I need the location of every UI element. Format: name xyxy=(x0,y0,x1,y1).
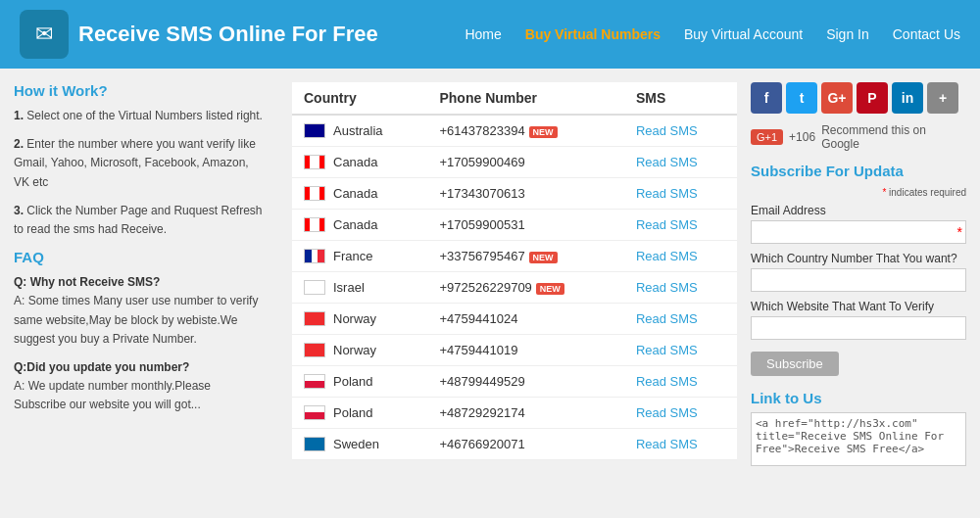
how-step-1: 1. Select one of the Virtual Numbers lis… xyxy=(14,107,263,125)
read-sms-link[interactable]: Read SMS xyxy=(636,311,698,326)
step2-bold: 2. xyxy=(14,137,24,151)
pinterest-button[interactable]: P xyxy=(857,82,888,114)
read-sms-link[interactable]: Read SMS xyxy=(636,186,698,201)
table-row: Poland+48799449529Read SMS xyxy=(292,366,737,398)
country-name: Norway xyxy=(333,311,376,326)
phone-number: +48799449529 xyxy=(439,374,524,389)
email-input[interactable] xyxy=(751,220,966,244)
new-badge: NEW xyxy=(536,283,564,295)
right-sidebar: f t G+ P in + G+1 +106 Recommend this on… xyxy=(751,82,966,469)
gplus-btn[interactable]: G+1 xyxy=(751,129,783,145)
read-sms-link[interactable]: Read SMS xyxy=(636,155,698,169)
flag-icon-ca xyxy=(304,217,325,232)
gplus-count: +106 xyxy=(789,130,815,144)
phone-cell: +17059900469 xyxy=(427,147,623,178)
phone-number: +48729292174 xyxy=(439,405,524,420)
sms-cell: Read SMS xyxy=(624,398,737,429)
table-row: Canada+17343070613Read SMS xyxy=(292,178,737,210)
step3-bold: 3. xyxy=(14,204,24,217)
phone-number: +46766920071 xyxy=(439,437,524,451)
link-code-textarea[interactable] xyxy=(751,412,966,466)
googleplus-button[interactable]: G+ xyxy=(821,82,853,114)
flag-icon-se xyxy=(304,437,325,451)
phone-cell: +4759441019 xyxy=(427,335,623,366)
email-group: Email Address * xyxy=(751,204,966,244)
flag-icon-ca xyxy=(304,186,325,201)
step2-text: Enter the number where you want verify l… xyxy=(14,137,256,188)
country-cell: Norway xyxy=(292,304,427,335)
linkedin-button[interactable]: in xyxy=(892,82,923,114)
phone-number: +17059900531 xyxy=(439,217,524,232)
country-name: Canada xyxy=(333,155,378,169)
country-cell: Sweden xyxy=(292,429,427,460)
table-body: Australia+61437823394NEWRead SMSCanada+1… xyxy=(292,115,737,460)
step1-bold: 1. xyxy=(14,109,24,122)
subscribe-button[interactable]: Subscribe xyxy=(751,352,839,376)
gplus-row: G+1 +106 Recommend this on Google xyxy=(751,123,966,151)
phone-number: +61437823394 xyxy=(439,123,524,138)
nav-item-contact-us[interactable]: Contact Us xyxy=(893,26,960,42)
read-sms-link[interactable]: Read SMS xyxy=(636,405,698,420)
flag-icon-il xyxy=(304,280,325,295)
header-nav: HomeBuy Virtual NumbersBuy Virtual Accou… xyxy=(465,26,960,42)
country-name: Poland xyxy=(333,405,372,420)
read-sms-link[interactable]: Read SMS xyxy=(636,123,698,138)
table-row: Norway+4759441024Read SMS xyxy=(292,304,737,335)
read-sms-link[interactable]: Read SMS xyxy=(636,374,698,389)
col-country: Country xyxy=(292,82,427,115)
gplus-text: Recommend this on Google xyxy=(821,123,966,151)
country-cell: Israel xyxy=(292,272,427,304)
more-social-button[interactable]: + xyxy=(927,82,958,114)
read-sms-link[interactable]: Read SMS xyxy=(636,343,698,357)
phone-number: +17059900469 xyxy=(439,155,524,169)
nav-item-buy-virtual-account[interactable]: Buy Virtual Account xyxy=(684,26,803,42)
table-row: France+33756795467NEWRead SMS xyxy=(292,241,737,272)
col-phone: Phone Number xyxy=(427,82,623,115)
country-cell: Australia xyxy=(292,115,427,147)
sms-cell: Read SMS xyxy=(624,304,737,335)
country-group: Which Country Number That You want? xyxy=(751,252,966,292)
header: ✉ Receive SMS Online For Free HomeBuy Vi… xyxy=(0,0,980,69)
read-sms-link[interactable]: Read SMS xyxy=(636,280,698,295)
country-input[interactable] xyxy=(751,268,966,292)
phone-cell: +17059900531 xyxy=(427,210,623,241)
country-cell: Poland xyxy=(292,366,427,398)
sms-cell: Read SMS xyxy=(624,429,737,460)
phone-cell: +972526229709NEW xyxy=(427,272,623,304)
required-star: * xyxy=(882,187,886,198)
flag-icon-pl xyxy=(304,405,325,420)
flag-icon-no xyxy=(304,311,325,326)
logo-area: ✉ Receive SMS Online For Free xyxy=(20,10,378,59)
subscribe-title: Subscribe For Updata xyxy=(751,163,966,179)
country-cell: Norway xyxy=(292,335,427,366)
table-row: Sweden+46766920071Read SMS xyxy=(292,429,737,460)
flag-icon-no xyxy=(304,343,325,357)
step3-text: Click the Number Page and Ruquest Refres… xyxy=(14,204,262,236)
phone-cell: +33756795467NEW xyxy=(427,241,623,272)
nav-item-buy-virtual-numbers[interactable]: Buy Virtual Numbers xyxy=(525,26,661,42)
faq-q1-answer: A: Some times Many user use number to ve… xyxy=(14,294,258,345)
website-input[interactable] xyxy=(751,316,966,340)
nav-item-sign-in[interactable]: Sign In xyxy=(826,26,869,42)
col-sms: SMS xyxy=(624,82,737,115)
phone-number: +4759441019 xyxy=(439,343,517,357)
twitter-button[interactable]: t xyxy=(786,82,817,114)
link-to-us-title: Link to Us xyxy=(751,390,966,406)
site-title: Receive SMS Online For Free xyxy=(78,22,378,47)
read-sms-link[interactable]: Read SMS xyxy=(636,437,698,451)
read-sms-link[interactable]: Read SMS xyxy=(636,217,698,232)
logo-glyph: ✉ xyxy=(35,22,53,47)
country-name: France xyxy=(333,249,372,263)
read-sms-link[interactable]: Read SMS xyxy=(636,249,698,263)
country-name: Sweden xyxy=(333,437,379,451)
nav-item-home[interactable]: Home xyxy=(465,26,501,42)
faq-q1: Q: Why not Receive SMS? A: Some times Ma… xyxy=(14,273,263,349)
facebook-button[interactable]: f xyxy=(751,82,782,114)
phone-cell: +46766920071 xyxy=(427,429,623,460)
phone-cell: +48799449529 xyxy=(427,366,623,398)
social-bar: f t G+ P in + xyxy=(751,82,966,114)
country-name: Australia xyxy=(333,123,383,138)
website-label: Which Website That Want To Verify xyxy=(751,300,966,313)
new-badge: NEW xyxy=(529,126,558,138)
phone-number: +4759441024 xyxy=(439,311,517,326)
